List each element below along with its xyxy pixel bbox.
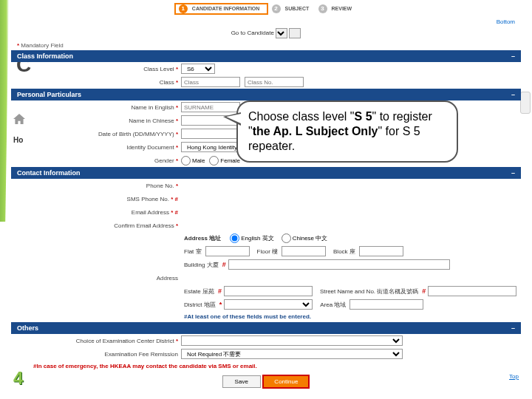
step-indicator: 1CANDIDATE INFORMATION 2SUBJECT 3REVIEW [11,0,521,18]
gender-female-radio[interactable] [209,156,219,166]
area-input[interactable] [349,299,423,310]
phone-label: Phone No. [146,183,174,189]
gender-male-radio[interactable] [181,156,191,166]
decorative-edge [0,0,9,222]
side-panel-stub [520,92,531,114]
step-3-number: 3 [318,4,327,13]
flat-label: Flat 室 [184,248,202,256]
address-lang-label: Address 地址 [184,235,221,242]
estate-input[interactable] [224,286,313,296]
step-3-label: REVIEW [327,5,357,12]
step-2-label: SUBJECT [281,5,314,12]
class-level-label: Class Level [143,66,174,72]
estate-label: Estate 屋苑 [184,287,214,296]
district-label: District 地區 [184,301,216,309]
section-others: Others – [11,322,521,334]
dob-label: Date of Birth (DD/MM/YYYY) [98,131,174,137]
identity-label: Identity Document [126,144,174,151]
fee-remission-select[interactable]: Not Required 不需要 [181,349,403,359]
floor-input[interactable] [282,246,326,256]
collapse-icon[interactable]: – [511,91,515,98]
area-label: Area 地域 [320,301,346,309]
step-1-number: 1 [179,4,188,13]
step-2-number: 2 [272,4,281,13]
name-chinese-label: Name in Chinese [129,117,174,124]
building-input[interactable] [228,259,450,270]
bottom-link[interactable]: Bottom [11,18,521,26]
address-chinese-radio[interactable] [282,233,291,243]
collapse-icon[interactable]: – [511,324,515,332]
surname-input[interactable] [181,102,240,112]
section-class-info: Class Information – [11,50,521,62]
emergency-note: #In case of emergency, the HKEAA may con… [11,361,521,372]
step-1-label: CANDIDATE INFORMATION [188,5,265,12]
dob-input[interactable] [181,129,240,139]
address-label: Address [157,275,178,282]
confirm-email-label: Confirm Email Address [114,222,174,229]
flat-input[interactable] [205,246,250,256]
class-input[interactable] [181,77,240,87]
class-no-input[interactable] [245,77,304,87]
street-label: Street Name and No. 街道名稱及號碼 [320,287,418,296]
district-select[interactable] [224,299,313,310]
class-level-select[interactable]: S6 [181,64,215,74]
go-to-candidate-go-button[interactable] [289,28,301,38]
continue-button[interactable]: Continue [262,375,310,389]
name-english-label: Name in English [131,104,174,111]
address-english-radio[interactable] [230,233,239,243]
save-button[interactable]: Save [222,375,261,388]
fee-remission-label: Examination Fee Remission [104,351,178,358]
block-label: Block 座 [333,248,355,256]
collapse-icon[interactable]: – [511,52,515,60]
exam-center-label: Choice of Examination Center District [76,338,174,344]
section-contact: Contact Information – [11,167,521,179]
go-to-candidate-label: Go to Candidate [231,30,274,36]
sms-phone-label: SMS Phone No. [127,196,169,202]
address-footnote: #At least one of these fields must be en… [11,311,521,322]
go-to-candidate-select[interactable] [276,28,287,38]
collapse-icon[interactable]: – [511,169,515,177]
floor-label: Floor 樓 [257,248,278,256]
gender-label: Gender [154,157,174,164]
email-label: Email Address [132,209,169,216]
building-label: Building 大廈 [184,261,219,269]
section-personal: Personal Particulars – [11,89,521,100]
instruction-callout: Choose class level "S 5" to register "th… [236,100,458,163]
block-input[interactable] [359,246,403,256]
exam-center-select[interactable] [181,335,403,346]
class-label: Class [160,79,174,86]
street-input[interactable] [428,286,516,296]
